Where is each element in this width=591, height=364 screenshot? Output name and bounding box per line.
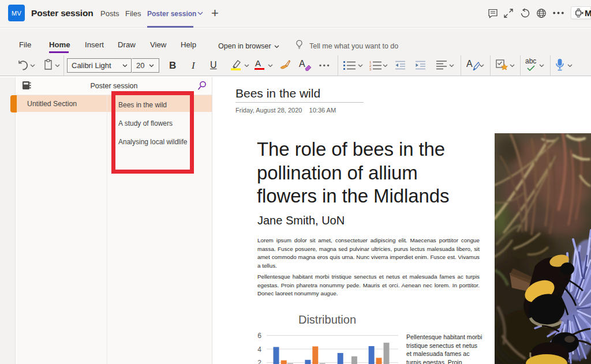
- svg-text:2: 2: [257, 359, 261, 364]
- svg-text:3: 3: [369, 67, 372, 71]
- svg-text:4: 4: [257, 346, 261, 354]
- svg-text:6: 6: [257, 332, 261, 340]
